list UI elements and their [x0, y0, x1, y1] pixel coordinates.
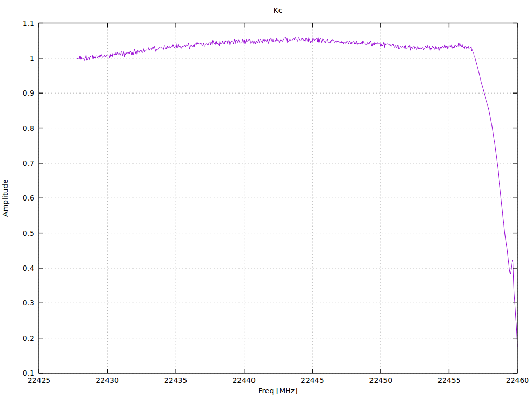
x-tick-label: 22435 — [164, 376, 188, 384]
x-tick-label: 22430 — [96, 376, 119, 384]
y-tick-label: 1.1 — [23, 19, 34, 28]
y-tick-label: 0.9 — [23, 89, 34, 97]
y-tick-label: 0.2 — [23, 334, 34, 342]
x-axis-label: Freq [MHz] — [258, 387, 297, 395]
x-tick-label: 22440 — [232, 376, 256, 384]
y-tick-label: 1 — [30, 54, 34, 62]
y-tick-label: 0.4 — [23, 264, 34, 272]
kc-chart: 2242522430224352244022445224502245522460… — [0, 0, 532, 399]
chart-title: Kc — [274, 6, 283, 15]
y-tick-label: 0.8 — [23, 124, 34, 132]
y-tick-label: 0.1 — [23, 369, 34, 377]
y-axis-label: Amplitude — [1, 179, 9, 217]
plot-page: 2242522430224352244022445224502245522460… — [0, 0, 532, 399]
y-tick-label: 0.3 — [23, 299, 34, 307]
series-layer — [77, 37, 517, 347]
x-tick-label: 22425 — [28, 376, 51, 384]
y-tick-label: 0.6 — [23, 194, 34, 202]
y-tick-label: 0.7 — [23, 159, 34, 167]
x-tick-label: 22445 — [301, 376, 324, 384]
x-tick-label: 22450 — [369, 376, 393, 384]
y-tick-label: 0.5 — [23, 229, 34, 237]
tick-labels: 2242522430224352244022445224502245522460… — [23, 19, 529, 385]
grid-lines — [39, 23, 517, 374]
kc-series-line — [77, 37, 517, 347]
x-tick-label: 22455 — [437, 376, 461, 384]
x-tick-label: 22460 — [506, 376, 529, 384]
